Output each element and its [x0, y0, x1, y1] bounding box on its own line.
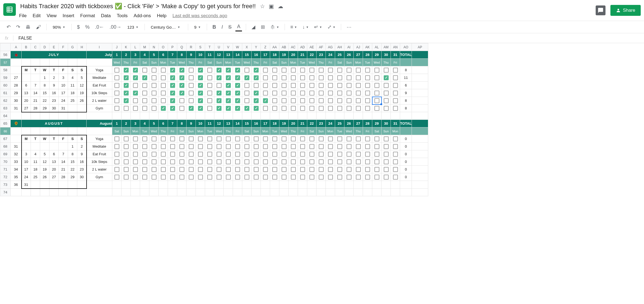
day-of-week[interactable]: Wed — [372, 59, 382, 66]
habit-checkbox-cell[interactable] — [140, 66, 149, 74]
column-header[interactable]: Z — [261, 43, 270, 51]
column-header[interactable]: O — [159, 43, 168, 51]
habit-checkbox-cell[interactable] — [344, 166, 354, 173]
checkbox[interactable] — [384, 98, 389, 103]
habit-checkbox-cell[interactable] — [233, 135, 242, 143]
day-number[interactable]: 6 — [159, 51, 168, 59]
habit-checkbox-cell[interactable] — [168, 135, 177, 143]
habit-checkbox-cell[interactable] — [131, 74, 140, 82]
column-header[interactable]: AH — [335, 43, 344, 51]
column-header[interactable]: F — [59, 43, 68, 51]
checkbox[interactable] — [291, 75, 296, 80]
checkbox[interactable] — [300, 144, 305, 149]
checkbox[interactable] — [179, 75, 184, 80]
habit-checkbox-cell[interactable] — [354, 105, 363, 112]
day-number[interactable]: 18 — [270, 51, 279, 59]
checkbox[interactable] — [161, 83, 166, 88]
habit-checkbox-cell[interactable] — [363, 105, 372, 112]
day-number[interactable]: 28 — [363, 120, 372, 127]
habit-checkbox-cell[interactable] — [270, 173, 279, 181]
day-number[interactable]: 9 — [187, 120, 196, 127]
day-of-week[interactable]: Sat — [335, 59, 344, 66]
habit-checkbox-cell[interactable] — [168, 150, 177, 158]
checkbox[interactable] — [291, 175, 296, 180]
cal-day[interactable]: 31 — [22, 181, 31, 189]
cal-day[interactable]: 15 — [68, 158, 77, 166]
v-align-button[interactable]: ↓ ▼ — [301, 23, 310, 31]
cal-day[interactable]: 20 — [22, 97, 31, 105]
currency-button[interactable]: $ — [75, 23, 81, 31]
habit-total[interactable]: 0 — [400, 143, 412, 150]
checkbox[interactable] — [244, 91, 249, 96]
month-emoji[interactable]: 🌻 — [11, 120, 22, 127]
habit-total[interactable]: 9 — [400, 89, 412, 97]
checkbox[interactable] — [393, 167, 398, 172]
day-of-week[interactable]: Tue — [205, 127, 214, 135]
habit-checkbox-cell[interactable] — [261, 89, 270, 97]
column-header[interactable]: A — [11, 43, 22, 51]
cell[interactable] — [31, 59, 40, 66]
checkbox[interactable] — [189, 91, 194, 96]
habit-checkbox-cell[interactable] — [122, 89, 131, 97]
cal-day[interactable] — [49, 181, 59, 189]
habit-checkbox-cell[interactable] — [252, 97, 261, 105]
cal-day[interactable]: 21 — [59, 166, 68, 173]
checkbox[interactable] — [337, 68, 342, 73]
cell[interactable] — [412, 82, 428, 89]
habit-checkbox-cell[interactable] — [279, 173, 289, 181]
cell[interactable] — [412, 135, 428, 143]
cal-day[interactable]: 7 — [59, 150, 68, 158]
cal-day[interactable]: 11 — [68, 82, 77, 89]
habit-checkbox-cell[interactable] — [233, 143, 242, 150]
cal-day[interactable]: 1 — [40, 74, 49, 82]
cell[interactable] — [400, 189, 412, 196]
checkbox[interactable] — [207, 175, 212, 180]
checkbox[interactable] — [124, 98, 129, 103]
habit-checkbox-cell[interactable] — [270, 89, 279, 97]
habit-checkbox-cell[interactable] — [317, 82, 326, 89]
habit-checkbox-cell[interactable] — [196, 150, 205, 158]
checkbox[interactable] — [235, 75, 240, 80]
checkbox[interactable] — [142, 91, 147, 96]
checkbox[interactable] — [374, 167, 379, 172]
column-header[interactable]: G — [68, 43, 77, 51]
habit-checkbox-cell[interactable] — [149, 173, 159, 181]
habit-checkbox-cell[interactable] — [289, 66, 298, 74]
menu-view[interactable]: View — [47, 13, 57, 19]
habit-name[interactable]: Eat Fruit — [87, 150, 112, 158]
checkbox[interactable] — [356, 152, 361, 157]
checkbox[interactable] — [337, 144, 342, 149]
cal-day[interactable] — [40, 181, 49, 189]
day-number[interactable]: 15 — [242, 51, 252, 59]
habit-checkbox-cell[interactable] — [196, 173, 205, 181]
checkbox[interactable] — [254, 106, 259, 111]
day-of-week[interactable]: Sat — [177, 127, 187, 135]
column-header[interactable]: L — [131, 43, 140, 51]
habit-checkbox-cell[interactable] — [214, 97, 224, 105]
habit-checkbox-cell[interactable] — [168, 158, 177, 166]
checkbox[interactable] — [347, 98, 351, 103]
day-of-week[interactable]: Sun — [214, 59, 224, 66]
cell[interactable] — [11, 135, 22, 143]
habit-checkbox-cell[interactable] — [289, 89, 298, 97]
day-of-week[interactable]: Mon — [261, 127, 270, 135]
checkbox[interactable] — [124, 152, 129, 157]
move-icon[interactable]: ▣ — [269, 3, 274, 10]
cell[interactable] — [317, 112, 326, 120]
habit-checkbox-cell[interactable] — [140, 74, 149, 82]
day-number[interactable]: 3 — [131, 120, 140, 127]
habit-checkbox-cell[interactable] — [252, 143, 261, 150]
cell[interactable] — [40, 189, 49, 196]
checkbox[interactable] — [282, 75, 286, 80]
day-number[interactable]: 14 — [233, 120, 242, 127]
habit-checkbox-cell[interactable] — [233, 173, 242, 181]
habit-checkbox-cell[interactable] — [354, 74, 363, 82]
cal-day[interactable] — [68, 181, 77, 189]
checkbox[interactable] — [217, 75, 221, 80]
habit-checkbox-cell[interactable] — [372, 74, 382, 82]
habit-checkbox-cell[interactable] — [233, 89, 242, 97]
checkbox[interactable] — [291, 68, 296, 73]
checkbox[interactable] — [337, 167, 342, 172]
cal-day[interactable]: 9 — [77, 150, 87, 158]
habit-checkbox-cell[interactable] — [140, 166, 149, 173]
